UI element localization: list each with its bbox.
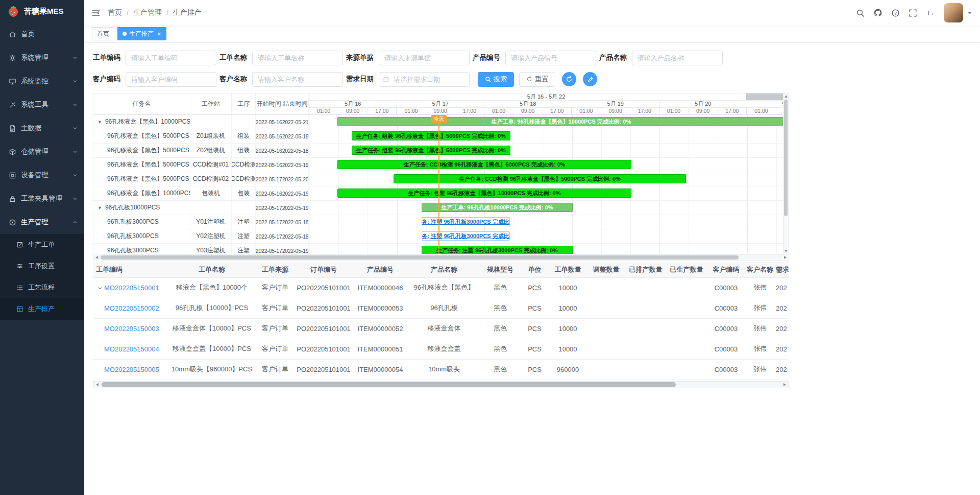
filter-input[interactable] xyxy=(379,51,470,65)
scroll-up-icon[interactable] xyxy=(783,93,789,99)
search-icon[interactable] xyxy=(856,9,865,17)
sidebar-subitem-3[interactable]: 生产排产 xyxy=(0,298,84,320)
demand-date-input[interactable] xyxy=(379,72,470,87)
workorder-link[interactable]: MO202205150005 xyxy=(104,366,159,373)
collapse-triangle-icon[interactable]: ▼ xyxy=(97,205,102,210)
sidebar-item-6[interactable]: 设备管理 xyxy=(0,163,84,187)
sidebar-item-4[interactable]: 主数据 xyxy=(0,116,84,140)
filter-label: 来源单据 xyxy=(346,53,374,62)
sidebar-item-label: 生产管理 xyxy=(21,218,67,227)
font-size-icon[interactable]: TT xyxy=(926,9,935,17)
sidebar-item-3[interactable]: 系统工具 xyxy=(0,93,84,116)
table-row[interactable]: MO20220515000510mm吸头【960000】PCS客户订单PO202… xyxy=(93,359,789,380)
filter-input[interactable] xyxy=(252,51,343,65)
scroll-left-icon[interactable] xyxy=(93,254,100,261)
cell-name: 10mm吸头【960000】PCS xyxy=(168,359,255,380)
gantt-task-bar[interactable]: 生产任务: 组装 96孔移液盒【黑色】5000PCS 完成比例: 0% xyxy=(352,131,510,140)
workorder-link[interactable]: MO202205150004 xyxy=(104,345,159,353)
gantt-task-row[interactable]: 96孔移液盒【黑色】5000PCSZ01组装机组装2022-05-162022-… xyxy=(93,129,309,144)
gantt-task-bar[interactable]: 生产任务: 注塑 96孔孔板3000PCS 完成比例: 0% xyxy=(422,231,510,241)
breadcrumb-item[interactable]: 生产管理 xyxy=(133,8,162,17)
workorder-link[interactable]: MO202205150001 xyxy=(104,284,159,292)
table-hscroll-thumb[interactable] xyxy=(102,382,676,387)
gantt-hscroll-thumb[interactable] xyxy=(101,255,739,260)
sidebar-item-2[interactable]: 系统监控 xyxy=(0,69,84,93)
table-row[interactable]: MO202205150001移液盒【黑色】10000个客户订单PO2022051… xyxy=(93,277,789,298)
gantt-bar-row: 生产任务: 注塑 96孔孔板3000PCS 完成比例: 0% xyxy=(309,244,783,254)
row-expand-chevron-icon[interactable] xyxy=(96,285,104,291)
gantt-task-bar[interactable]: 生产任务: CCD检测 96孔移液盒【黑色】5000PCS 完成比例: 0% xyxy=(394,174,686,183)
gantt-bar-label: 生产任务: CCD检测 96孔移液盒【黑色】5000PCS 完成比例: 0% xyxy=(459,175,621,183)
sidebar-subitem-1[interactable]: 工序设置 xyxy=(0,255,84,277)
app-logo[interactable]: 苦糖果MES xyxy=(0,0,84,22)
gantt-task-bar[interactable]: 生产任务: 组装 96孔移液盒【黑色】5000PCS 完成比例: 0% xyxy=(352,146,510,155)
tab-item-1[interactable]: 生产排产× xyxy=(117,27,166,40)
fullscreen-icon[interactable] xyxy=(909,9,917,17)
gantt-workorder-bar[interactable]: 生产工单: 96孔孔板10000PCS 完成比例: 0% xyxy=(422,203,573,212)
work-order-table: 工单编码工单名称工单来源订单编号产品编号产品名称规格型号单位工单数量调整数量已排… xyxy=(93,262,789,380)
scroll-right-icon[interactable] xyxy=(781,382,788,388)
sync-schedule-button[interactable] xyxy=(562,72,576,86)
reset-button[interactable]: 重置 xyxy=(519,72,555,87)
filter-field: 客户名称 xyxy=(219,72,343,87)
sidebar-subitem-2[interactable]: 工艺流程 xyxy=(0,277,84,298)
gantt-task-bar[interactable]: 生产任务: 包装 96孔移液盒【黑色】10000PCS 完成比例: 0% xyxy=(337,188,631,198)
sidebar-item-1[interactable]: 系统管理 xyxy=(0,46,84,69)
svg-text:T: T xyxy=(932,11,934,16)
filter-label: 客户名称 xyxy=(219,75,247,84)
filter-input[interactable] xyxy=(126,51,216,65)
cell-source: 客户订单 xyxy=(255,359,295,380)
gantt-task-row[interactable]: ▼96孔移液盒【黑色】10000PCS2022-05-162022-05-21 xyxy=(93,115,309,129)
gantt-task-bar[interactable]: 生产任务: 注塑 96孔孔板3000PCS 完成比例: 0% xyxy=(422,217,510,226)
github-icon[interactable] xyxy=(873,8,883,17)
sidebar-subitem-0[interactable]: 生产工单 xyxy=(0,234,84,255)
gantt-column-header: 开始时间 xyxy=(256,93,282,114)
gantt-horizontal-scrollbar[interactable] xyxy=(93,254,788,260)
sidebar-item-8[interactable]: 生产管理 xyxy=(0,210,84,234)
tab-close-icon[interactable]: × xyxy=(157,31,161,37)
filter-row-1: 工单编码工单名称来源单据产品编号产品名称 xyxy=(93,50,980,65)
gear-icon xyxy=(9,54,16,62)
task-station: CCD检测#01 xyxy=(190,158,232,172)
gantt-task-row[interactable]: 96孔移液盒【黑色】10000PCS包装机包装2022-05-162022-05… xyxy=(93,186,309,201)
sidebar-item-5[interactable]: 仓储管理 xyxy=(0,140,84,163)
gantt-task-row[interactable]: ▼96孔孔板10000PCS2022-05-172022-05-19 xyxy=(93,201,309,215)
workorder-link[interactable]: MO202205150003 xyxy=(104,325,159,333)
sidebar-item-7[interactable]: 工装夹具管理 xyxy=(0,187,84,210)
gantt-task-row[interactable]: 96孔移液盒【黑色】5000PCSCCD检测#01CCD检测2022-05-16… xyxy=(93,158,309,172)
hamburger-icon[interactable] xyxy=(91,8,101,17)
sidebar-item-0[interactable]: 首页 xyxy=(0,22,84,46)
filter-input[interactable] xyxy=(126,72,216,87)
gantt-task-row[interactable]: 96孔移液盒【黑色】5000PCSCCD检测#02CCD检测2022-05-17… xyxy=(93,172,309,186)
gantt-task-row[interactable]: 96孔孔板3000PCSY01注塑机注塑2022-05-172022-05-18 xyxy=(93,215,309,229)
table-row[interactable]: MO202205150004移液盒盒盖【10000】PCS客户订单PO20220… xyxy=(93,339,789,359)
collapse-triangle-icon[interactable]: ▼ xyxy=(97,120,102,125)
filter-input[interactable] xyxy=(632,51,723,65)
main-area: 首页/生产管理/生产排产 ? TT xyxy=(84,0,980,495)
filter-input[interactable] xyxy=(505,51,596,65)
workorder-link[interactable]: MO202205150002 xyxy=(104,304,159,312)
table-row[interactable]: MO202205150003移液盒盒体【10000】PCS客户订单PO20220… xyxy=(93,318,789,339)
breadcrumb-item[interactable]: 首页 xyxy=(108,8,122,17)
gantt-task-row[interactable]: 96孔移液盒【黑色】5000PCSZ02组装机组装2022-05-162022-… xyxy=(93,144,309,158)
edit-schedule-button[interactable] xyxy=(583,72,597,86)
gantt-workorder-bar[interactable]: 生产工单: 96孔移液盒【黑色】10000PCS 完成比例: 0% xyxy=(337,117,783,126)
gantt-task-bar[interactable]: 生产任务: 注塑 96孔孔板3000PCS 完成比例: 0% xyxy=(422,246,573,254)
scroll-left-icon[interactable] xyxy=(94,382,100,388)
gantt-vscroll-thumb[interactable] xyxy=(784,100,788,216)
scroll-right-icon[interactable] xyxy=(782,254,788,261)
scroll-down-icon[interactable] xyxy=(783,248,789,254)
sidebar: 苦糖果MES 首页系统管理系统监控系统工具主数据仓储管理设备管理工装夹具管理生产… xyxy=(0,0,84,495)
avatar-caret-down-icon[interactable] xyxy=(968,12,972,14)
gantt-task-bar[interactable]: 生产任务: CCD检测 96孔移液盒【黑色】5000PCS 完成比例: 0% xyxy=(337,160,631,169)
search-button[interactable]: 搜索 xyxy=(478,72,514,87)
table-row[interactable]: MO20220515000296孔孔板【10000】PCS客户订单PO20220… xyxy=(93,298,789,318)
gantt-task-row[interactable]: 96孔孔板3000PCSY02注塑机注塑2022-05-172022-05-18 xyxy=(93,229,309,244)
column-header: 单位 xyxy=(521,262,549,277)
tab-item-0[interactable]: 首页 xyxy=(92,27,114,40)
table-horizontal-scrollbar[interactable] xyxy=(93,381,789,388)
gantt-vertical-scrollbar[interactable] xyxy=(783,93,788,254)
filter-input[interactable] xyxy=(252,72,343,87)
help-icon[interactable]: ? xyxy=(891,9,900,17)
user-avatar[interactable] xyxy=(944,3,963,22)
